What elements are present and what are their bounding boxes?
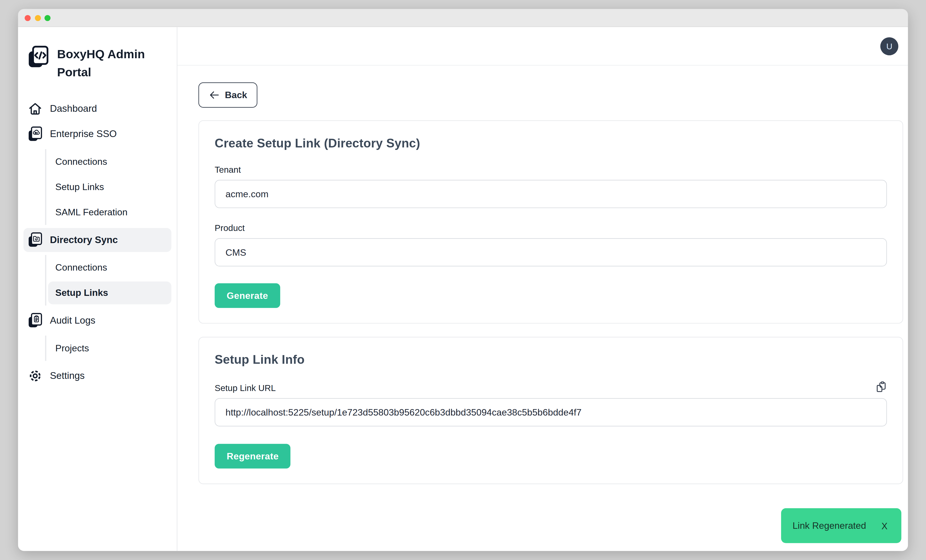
brand-title: BoxyHQ Admin Portal: [57, 45, 149, 81]
tenant-input[interactable]: [215, 180, 887, 208]
sidebar-item-label: Projects: [55, 343, 89, 354]
sidebar-item-saml-federation[interactable]: SAML Federation: [48, 201, 171, 224]
sidebar-item-label: Connections: [55, 156, 107, 167]
home-icon: [28, 101, 43, 116]
setup-link-info-card: Setup Link Info Setup Link URL: [198, 337, 903, 484]
avatar-initial: U: [887, 41, 893, 51]
enterprise-sso-icon: [28, 126, 43, 142]
sidebar-item-dsync-setup-links[interactable]: Setup Links: [48, 282, 171, 304]
directory-sync-icon: [28, 232, 43, 248]
sidebar-item-dsync-connections[interactable]: Connections: [48, 256, 171, 279]
window-titlebar: [18, 9, 908, 27]
audit-logs-icon: [28, 313, 43, 328]
sidebar-item-enterprise-sso[interactable]: Enterprise SSO: [24, 122, 171, 146]
window-body: BoxyHQ Admin Portal Dashboard: [18, 27, 908, 551]
traffic-light-minimize-icon[interactable]: [35, 15, 41, 21]
sidebar-item-label: Connections: [55, 262, 107, 273]
sidebar-item-sso-connections[interactable]: Connections: [48, 150, 171, 173]
card-title: Setup Link Info: [215, 353, 887, 367]
back-button[interactable]: Back: [198, 83, 257, 108]
tenant-label: Tenant: [215, 165, 887, 174]
card-title: Create Setup Link (Directory Sync): [215, 136, 887, 150]
audit-logs-subnav: Projects: [45, 336, 171, 361]
traffic-light-zoom-icon[interactable]: [45, 15, 50, 21]
copy-url-button[interactable]: [876, 381, 887, 393]
sidebar-item-sso-setup-links[interactable]: Setup Links: [48, 176, 171, 198]
toast-message: Link Regenerated: [793, 521, 866, 531]
desktop-background: BoxyHQ Admin Portal Dashboard: [0, 0, 926, 560]
sidebar-item-label: Settings: [50, 371, 85, 381]
traffic-light-close-icon[interactable]: [25, 15, 31, 21]
directory-sync-subnav: Connections Setup Links: [45, 255, 171, 306]
avatar[interactable]: U: [881, 37, 899, 55]
page-content: Back Create Setup Link (Directory Sync) …: [177, 66, 908, 498]
back-arrow-icon: [209, 90, 219, 101]
toast-close-button[interactable]: X: [881, 521, 887, 531]
setup-link-url-row: Setup Link URL: [215, 381, 887, 393]
sidebar-item-projects[interactable]: Projects: [48, 337, 171, 360]
sidebar: BoxyHQ Admin Portal Dashboard: [18, 27, 177, 551]
app-window: BoxyHQ Admin Portal Dashboard: [18, 9, 908, 551]
setup-link-url-input[interactable]: [215, 398, 887, 427]
sidebar-item-dashboard[interactable]: Dashboard: [24, 97, 171, 121]
sidebar-item-label: Enterprise SSO: [50, 129, 117, 139]
toast-link-regenerated: Link Regenerated X: [781, 508, 901, 543]
enterprise-sso-subnav: Connections Setup Links SAML Federation: [45, 149, 171, 225]
regenerate-button[interactable]: Regenerate: [215, 444, 291, 469]
settings-gear-icon: [28, 369, 43, 383]
product-input[interactable]: [215, 238, 887, 266]
sidebar-item-label: Setup Links: [55, 182, 104, 192]
sidebar-item-label: Audit Logs: [50, 315, 95, 326]
back-button-label: Back: [225, 90, 247, 101]
sidebar-item-label: Dashboard: [50, 103, 97, 114]
sidebar-item-label: Directory Sync: [50, 235, 118, 245]
sidebar-item-label: SAML Federation: [55, 207, 127, 218]
copy-icon: [876, 381, 887, 393]
generate-button[interactable]: Generate: [215, 283, 280, 308]
sidebar-nav: Dashboard Enterprise SSO: [24, 97, 171, 389]
main-area: U Back Create Setup Link (Directory Sync…: [177, 27, 908, 551]
brand[interactable]: BoxyHQ Admin Portal: [24, 42, 171, 81]
sidebar-item-directory-sync[interactable]: Directory Sync: [24, 228, 171, 252]
create-setup-link-card: Create Setup Link (Directory Sync) Tenan…: [198, 120, 903, 323]
sidebar-item-audit-logs[interactable]: Audit Logs: [24, 309, 171, 333]
product-label: Product: [215, 223, 887, 233]
boxyhq-logo-icon: [28, 45, 49, 69]
setup-link-url-label: Setup Link URL: [215, 383, 276, 393]
sidebar-item-label: Setup Links: [55, 288, 108, 298]
sidebar-item-settings[interactable]: Settings: [24, 364, 171, 388]
top-header: U: [177, 27, 908, 65]
